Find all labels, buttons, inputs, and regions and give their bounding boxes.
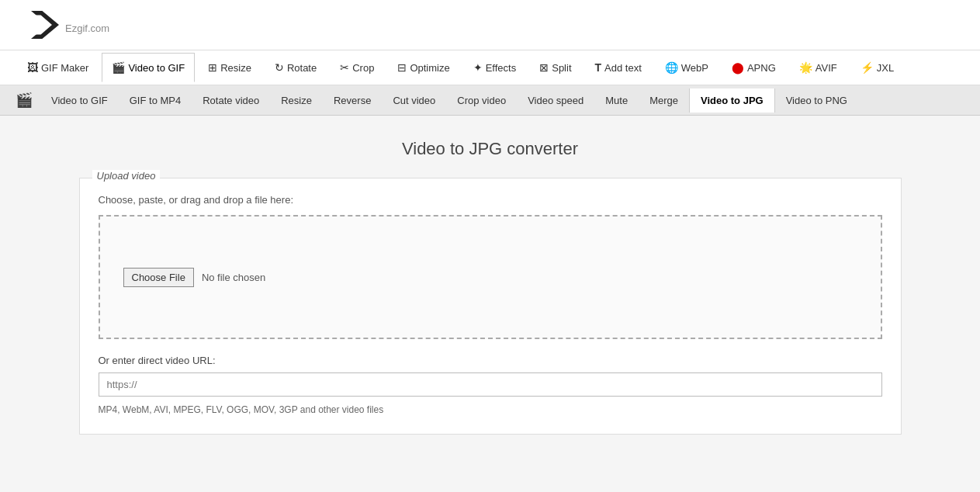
header: Ezgif.com	[0, 0, 980, 50]
nav-add-text[interactable]: T Add text	[585, 53, 652, 82]
site-name: Ezgif	[65, 23, 88, 34]
subnav-video-to-png[interactable]: Video to PNG	[775, 88, 858, 113]
webp-icon: 🌐	[665, 61, 678, 74]
page-title: Video to JPG converter	[79, 139, 902, 159]
subnav-crop-video[interactable]: Crop video	[446, 88, 517, 113]
sub-nav: 🎬 Video to GIF GIF to MP4 Rotate video R…	[0, 85, 980, 116]
url-label: Or enter direct video URL:	[99, 355, 882, 366]
page-content: Video to JPG converter Upload video Choo…	[64, 139, 917, 435]
choose-file-button[interactable]: Choose File	[123, 268, 194, 287]
avif-icon: 🌟	[799, 61, 812, 74]
nav-optimize[interactable]: ⊟ Optimize	[387, 53, 459, 82]
video-clapper-icon: 🎬	[8, 85, 40, 115]
subnav-reverse[interactable]: Reverse	[323, 88, 382, 113]
jxl-icon: ⚡	[861, 61, 874, 74]
crop-icon: ✂	[340, 61, 349, 74]
logo-text: Ezgif.com	[65, 13, 109, 37]
subnav-merge[interactable]: Merge	[639, 88, 689, 113]
split-icon: ⊠	[539, 61, 549, 74]
logo-icon	[31, 11, 59, 39]
subnav-video-to-gif[interactable]: Video to GIF	[40, 88, 119, 113]
url-input[interactable]	[99, 372, 882, 397]
subnav-resize[interactable]: Resize	[270, 88, 323, 113]
upload-instruction: Choose, paste, or drag and drop a file h…	[99, 194, 882, 206]
nav-webp[interactable]: 🌐 WebP	[655, 53, 719, 82]
subnav-cut-video[interactable]: Cut video	[382, 88, 446, 113]
rotate-icon: ↻	[275, 61, 284, 74]
subnav-video-to-jpg[interactable]: Video to JPG	[689, 88, 775, 113]
drop-zone[interactable]: Choose File No file chosen	[99, 215, 882, 339]
nav-crop[interactable]: ✂ Crop	[330, 53, 384, 82]
resize-icon: ⊞	[208, 61, 217, 74]
add-text-icon: T	[595, 61, 602, 74]
nav-video-to-gif[interactable]: 🎬 Video to GIF	[102, 53, 195, 82]
subnav-gif-to-mp4[interactable]: GIF to MP4	[119, 88, 192, 113]
file-types-text: MP4, WebM, AVI, MPEG, FLV, OGG, MOV, 3GP…	[99, 404, 882, 415]
nav-avif[interactable]: 🌟 AVIF	[789, 53, 847, 82]
upload-label: Upload video	[92, 170, 161, 182]
nav-effects[interactable]: ✦ Effects	[463, 53, 527, 82]
subnav-rotate-video[interactable]: Rotate video	[192, 88, 270, 113]
subnav-video-speed[interactable]: Video speed	[517, 88, 594, 113]
nav-resize[interactable]: ⊞ Resize	[198, 53, 261, 82]
gif-maker-icon: 🖼	[27, 61, 38, 74]
nav-split[interactable]: ⊠ Split	[529, 53, 581, 82]
upload-card: Upload video Choose, paste, or drag and …	[79, 178, 902, 435]
nav-jxl[interactable]: ⚡ JXL	[850, 53, 904, 82]
effects-icon: ✦	[473, 61, 483, 74]
no-file-text: No file chosen	[202, 272, 265, 283]
main-nav: 🖼 GIF Maker 🎬 Video to GIF ⊞ Resize ↻ Ro…	[0, 50, 980, 85]
video-to-gif-icon: 🎬	[112, 61, 125, 74]
site-domain: .com	[88, 23, 109, 34]
apng-icon: ⬤	[732, 61, 744, 74]
logo-link[interactable]: Ezgif.com	[31, 11, 109, 39]
nav-apng[interactable]: ⬤ APNG	[722, 53, 786, 82]
nav-gif-maker[interactable]: 🖼 GIF Maker	[17, 53, 99, 82]
nav-rotate[interactable]: ↻ Rotate	[265, 53, 327, 82]
subnav-mute[interactable]: Mute	[594, 88, 639, 113]
optimize-icon: ⊟	[397, 61, 407, 74]
file-input-wrapper: Choose File No file chosen	[123, 268, 266, 287]
